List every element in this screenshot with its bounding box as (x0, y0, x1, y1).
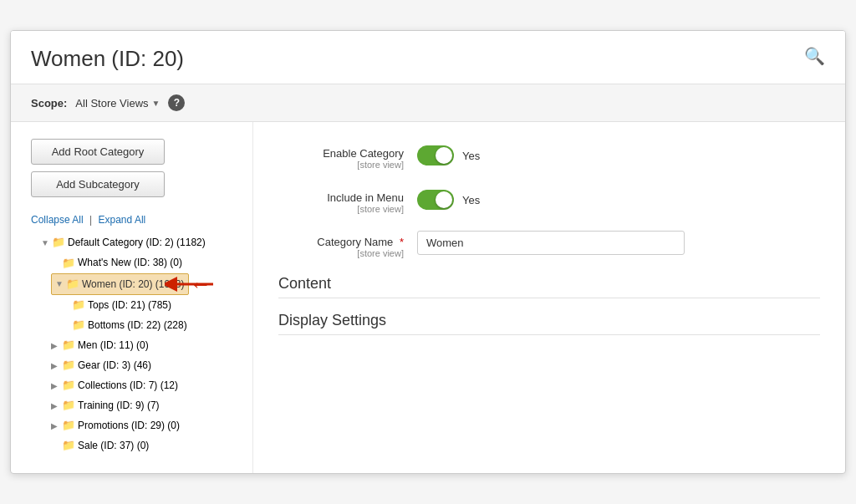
left-panel: Add Root Category Add Subcategory Collap… (11, 122, 253, 472)
tree-link-collections[interactable]: Collections (ID: 7) (12) (78, 377, 178, 394)
tree-link-whats-new[interactable]: What's New (ID: 38) (0) (78, 254, 182, 271)
tree-link-promotions[interactable]: Promotions (ID: 29) (0) (78, 417, 180, 434)
include-in-menu-yes-label: Yes (462, 194, 480, 206)
scope-dropdown[interactable]: All Store Views ▼ (75, 97, 160, 109)
folder-icon: 📁 (62, 416, 75, 435)
tree-link-gear[interactable]: Gear (ID: 3) (46) (78, 357, 151, 374)
collapse-all-link[interactable]: Collapse All (31, 214, 84, 226)
folder-icon: 📁 (62, 254, 75, 272)
tree-link-default[interactable]: Default Category (ID: 2) (1182) (68, 234, 206, 251)
folder-icon: 📁 (66, 275, 79, 293)
folder-icon: 📁 (62, 356, 75, 374)
page-title: Women (ID: 20) (31, 46, 184, 72)
tree-link-training[interactable]: Training (ID: 9) (7) (78, 397, 160, 414)
tree-link-sale[interactable]: Sale (ID: 37) (0) (78, 437, 149, 454)
tree-item-sale[interactable]: 📁 Sale (ID: 37) (0) (51, 435, 236, 456)
tree-item-whats-new[interactable]: 📁 What's New (ID: 38) (0) (51, 253, 236, 273)
tree-item-default[interactable]: ▼ 📁 Default Category (ID: 2) (1182) (41, 232, 236, 252)
include-in-menu-label: Include in Menu [store view] (278, 186, 404, 214)
category-tree: ▼ 📁 Default Category (ID: 2) (1182) 📁 Wh… (31, 232, 236, 456)
tree-item-collections[interactable]: ▶ 📁 Collections (ID: 7) (12) (51, 375, 236, 395)
toggle-knob (436, 191, 452, 208)
tree-link-bottoms[interactable]: Bottoms (ID: 22) (228) (88, 317, 187, 333)
collapse-expand-row: Collapse All | Expand All (31, 214, 236, 226)
scope-label: Scope: (31, 97, 67, 109)
include-in-menu-row: Include in Menu [store view] Yes (278, 186, 820, 214)
enable-category-yes-label: Yes (462, 150, 480, 162)
separator: | (89, 214, 92, 226)
expand-all-link[interactable]: Expand All (99, 214, 146, 226)
tree-item-gear[interactable]: ▶ 📁 Gear (ID: 3) (46) (51, 355, 236, 375)
folder-icon: 📁 (62, 336, 75, 354)
category-name-input[interactable] (417, 231, 685, 255)
tree-link-tops[interactable]: Tops (ID: 21) (785) (88, 297, 171, 313)
tree-item-tops[interactable]: 📁 Tops (ID: 21) (785) (61, 295, 236, 315)
expand-icon: ▶ (51, 419, 59, 433)
expand-icon: ▼ (41, 236, 49, 250)
scope-bar: Scope: All Store Views ▼ ? (11, 84, 845, 122)
search-icon[interactable]: 🔍 (804, 46, 825, 66)
enable-category-toggle-container: Yes (417, 142, 480, 165)
expand-icon: ▼ (55, 277, 64, 291)
folder-icon: 📁 (52, 233, 65, 252)
enable-category-row: Enable Category [store view] Yes (278, 142, 820, 170)
right-panel: Enable Category [store view] Yes Include… (253, 122, 845, 472)
folder-icon: 📁 (62, 396, 75, 415)
chevron-down-icon: ▼ (152, 99, 160, 108)
include-in-menu-toggle-container: Yes (417, 186, 480, 210)
add-root-category-button[interactable]: Add Root Category (31, 139, 165, 165)
scope-dropdown-value: All Store Views (75, 97, 148, 109)
category-name-label: Category Name * [store view] (278, 231, 404, 258)
display-settings-section-heading: Display Settings (278, 312, 820, 335)
add-subcategory-button[interactable]: Add Subcategory (31, 171, 165, 197)
content-section-heading: Content (278, 275, 820, 298)
enable-category-toggle[interactable] (417, 145, 454, 165)
tree-item-bottoms[interactable]: 📁 Bottoms (ID: 22) (228) (61, 315, 236, 335)
folder-icon: 📁 (72, 296, 85, 314)
required-star: * (400, 236, 404, 248)
expand-icon: ▶ (51, 379, 59, 393)
tree-item-training[interactable]: ▶ 📁 Training (ID: 9) (7) (51, 395, 236, 415)
include-in-menu-toggle[interactable] (417, 190, 454, 210)
red-arrow-svg (165, 272, 215, 296)
help-icon[interactable]: ? (168, 94, 185, 111)
toggle-knob (436, 147, 452, 164)
enable-category-label: Enable Category [store view] (278, 142, 404, 170)
tree-item-men[interactable]: ▶ 📁 Men (ID: 11) (0) (51, 335, 236, 355)
category-name-row: Category Name * [store view] (278, 231, 820, 258)
expand-icon: ▶ (51, 359, 59, 373)
folder-icon: 📁 (62, 376, 75, 395)
expand-icon: ▶ (51, 339, 59, 353)
tree-item-promotions[interactable]: ▶ 📁 Promotions (ID: 29) (0) (51, 415, 236, 435)
folder-icon: 📁 (72, 316, 85, 334)
expand-icon: ▶ (51, 399, 59, 413)
tree-link-men[interactable]: Men (ID: 11) (0) (78, 337, 149, 354)
folder-icon: 📁 (62, 436, 75, 455)
